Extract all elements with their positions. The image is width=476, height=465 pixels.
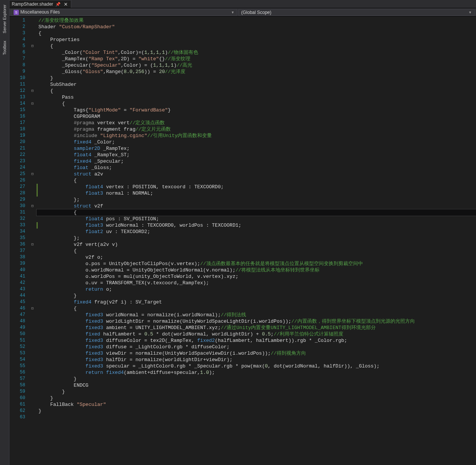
code-line[interactable]: fixed3 worldLightDir = normalize(UnityWo… (37, 318, 476, 325)
code-line[interactable]: _RampTex("Ramp Tex",2D) = "white"{}//渐变纹… (37, 56, 476, 62)
code-line[interactable]: float2 uv : TEXCOORD2; (37, 229, 476, 235)
line-number: 27 (9, 184, 25, 190)
code-line[interactable]: float _Gloss; (37, 165, 476, 171)
code-line[interactable]: fixed4 _Color; (37, 139, 476, 145)
chevron-down-icon: ▼ (468, 11, 472, 14)
code-line[interactable]: fixed4 _Specular; (37, 158, 476, 165)
fold-spacer (30, 222, 35, 229)
line-number: 45 (9, 299, 25, 305)
code-line[interactable]: CGPROGRAM (37, 113, 476, 120)
code-line[interactable]: ENDCG (37, 382, 476, 389)
close-icon[interactable]: ✕ (63, 2, 69, 7)
code-line[interactable]: _Gloss("Gloss",Range(8.0,256)) = 20//光泽度 (37, 69, 476, 75)
code-line[interactable]: float3 normal : NORMAL; (37, 190, 476, 197)
code-line[interactable]: } (37, 389, 476, 395)
code-line[interactable]: { (37, 209, 476, 216)
fold-toggle-icon[interactable]: ⊟ (30, 241, 35, 248)
line-number: 48 (9, 318, 25, 325)
code-line[interactable]: Properties (37, 37, 476, 43)
fold-spacer (30, 216, 35, 222)
line-number: 2 (9, 24, 25, 30)
code-line[interactable]: v2f vert(a2v v) (37, 241, 476, 248)
fold-toggle-icon[interactable]: ⊟ (30, 305, 35, 312)
code-line[interactable]: return o; (37, 286, 476, 293)
code-line[interactable]: float4 vertex : POSITION, texcoord : TEX… (37, 184, 476, 190)
line-number: 32 (9, 216, 25, 222)
code-line[interactable]: { (37, 177, 476, 184)
code-line[interactable]: Tags{"LightMode" = "ForwardBase"} (37, 107, 476, 113)
fold-toggle-icon[interactable]: ⊟ (30, 203, 35, 209)
fold-toggle-icon[interactable]: ⊟ (30, 101, 35, 107)
code-line[interactable]: FallBack "Specular" (37, 401, 476, 408)
code-line[interactable]: //渐变纹理叠加效果 (37, 17, 476, 24)
code-line[interactable]: { (37, 43, 476, 49)
code-line[interactable]: return fixed4(ambient+diffuse+specular,1… (37, 369, 476, 376)
code-line[interactable]: float4 _RampTex_ST; (37, 152, 476, 158)
fold-spacer (30, 62, 35, 69)
fold-toggle-icon[interactable]: ⊟ (30, 88, 35, 94)
code-line[interactable]: #pragma vertex vert//定义顶点函数 (37, 120, 476, 126)
code-line[interactable]: } (37, 408, 476, 414)
fold-spacer (30, 369, 35, 376)
code-line[interactable]: fixed3 worldNormal = normalize(i.worldNo… (37, 312, 476, 318)
code-line[interactable]: { (37, 88, 476, 94)
fold-spacer (30, 56, 35, 62)
code-line[interactable]: float4 pos : SV_POSITION; (37, 216, 476, 222)
code-line[interactable]: _Specular("Specular",Color) = (1,1,1,1)/… (37, 62, 476, 69)
pin-icon[interactable]: 📌 (55, 2, 61, 7)
tab-filename: RampShader.shader (12, 2, 53, 7)
fold-toggle-icon[interactable]: ⊟ (30, 43, 35, 49)
code-line[interactable]: o.pos = UnityObjectToClipPos(v.vertex);/… (37, 261, 476, 267)
code-line[interactable]: { (37, 305, 476, 312)
code-line[interactable]: fixed3 halfDir = normalize(worldLightDir… (37, 357, 476, 363)
code-line[interactable]: } (37, 376, 476, 382)
code-line[interactable]: fixed3 diffuseColor = tex2D(_RampTex, fi… (37, 337, 476, 344)
code-line[interactable]: Pass (37, 94, 476, 101)
code-line[interactable]: #pragma fragment frag//定义片元函数 (37, 126, 476, 133)
code-line[interactable]: fixed halfLambert = 0.5 * dot(worldNorma… (37, 331, 476, 337)
fold-toggle-icon[interactable]: ⊟ (30, 171, 35, 177)
fold-spacer (30, 107, 35, 113)
code-area[interactable]: //渐变纹理叠加效果 Shader "Custom/RampShader" { … (35, 17, 476, 465)
side-tab-server-explorer[interactable]: Server Explorer (2, 2, 8, 35)
code-line[interactable]: { (37, 101, 476, 107)
code-line[interactable]: }; (37, 235, 476, 241)
code-line[interactable] (37, 414, 476, 421)
document-tab-rampshader[interactable]: RampShader.shader 📌 ✕ (9, 0, 71, 8)
side-tab-toolbox[interactable]: Toolbox (2, 38, 8, 57)
code-line[interactable]: }; (37, 197, 476, 203)
line-number: 41 (9, 273, 25, 280)
code-line[interactable]: _Color("Color Tint",Color)=(1,1,1,1)//物体… (37, 49, 476, 56)
code-line[interactable]: sampler2D _RampTex; (37, 145, 476, 152)
line-number: 5 (9, 43, 25, 49)
code-line[interactable]: } (37, 395, 476, 401)
code-line[interactable]: struct v2f (37, 203, 476, 209)
code-line[interactable]: v2f o; (37, 254, 476, 261)
fold-spacer (30, 267, 35, 273)
code-line[interactable]: #include "Lighting.cginc"//引用Unity内置函数和变… (37, 133, 476, 139)
code-line[interactable]: } (37, 75, 476, 81)
line-number: 12 (9, 88, 25, 94)
code-line[interactable]: fixed3 specular = _LightColor0.rgb * _Sp… (37, 363, 476, 369)
code-line[interactable]: { (37, 30, 476, 37)
code-line[interactable]: fixed4 frag(v2f i) : SV_Target (37, 299, 476, 305)
code-line[interactable]: fixed3 ambient = UNITY_LIGHTMODEL_AMBIEN… (37, 325, 476, 331)
code-line[interactable]: Shader "Custom/RampShader" (37, 24, 476, 30)
fold-spacer (30, 75, 35, 81)
scope-dropdown[interactable]: (Global Scope) ▼ (239, 9, 474, 16)
fold-spacer (30, 94, 35, 101)
code-line[interactable]: } (37, 293, 476, 299)
code-line[interactable]: { (37, 248, 476, 254)
project-dropdown[interactable]: SMiscellaneous Files ▼ (11, 9, 237, 16)
code-line[interactable]: o.worldNormal = UnityObjectToWorldNormal… (37, 267, 476, 273)
code-line[interactable]: float3 worldNormal : TEXCOORD0, worldPos… (37, 222, 476, 229)
code-line[interactable]: o.worldPos = mul(unity_ObjectToWorld, v.… (37, 273, 476, 280)
fold-spacer (30, 113, 35, 120)
code-line[interactable]: fixed3 diffuse = _LightColor0.rgb * diff… (37, 344, 476, 350)
code-editor[interactable]: 1234567891011121314151617181920212223242… (9, 17, 476, 465)
code-line[interactable]: SubShader (37, 81, 476, 88)
code-line[interactable]: o.uv = TRANSFORM_TEX(v.texcoord,_RampTex… (37, 280, 476, 286)
fold-spacer (30, 209, 35, 216)
code-line[interactable]: fixed3 viewDir = normalize(UnityWorldSpa… (37, 350, 476, 357)
code-line[interactable]: struct a2v (37, 171, 476, 177)
